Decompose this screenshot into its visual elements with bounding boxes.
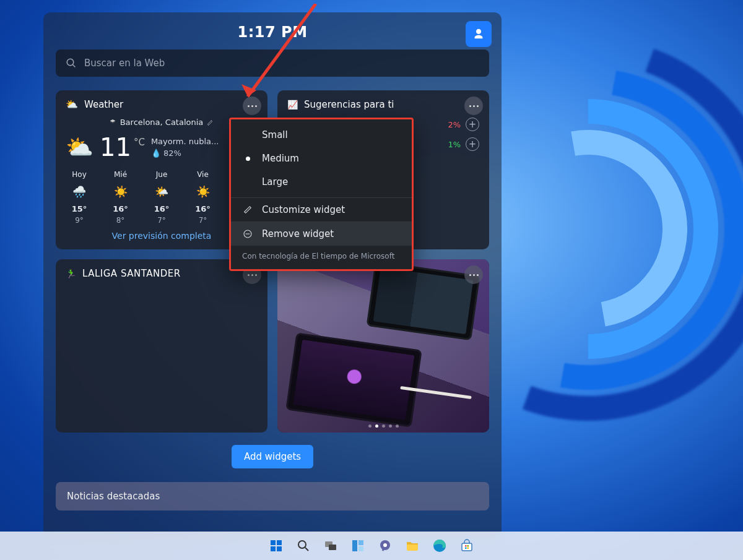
svg-rect-11 xyxy=(358,540,363,545)
suggestions-more-button[interactable] xyxy=(464,97,483,115)
forecast-day[interactable]: Hoy 🌧️ 15° 9° xyxy=(66,170,93,225)
svg-rect-18 xyxy=(467,545,469,547)
file-explorer-button[interactable] xyxy=(402,535,423,556)
sport-icon: 🏃 xyxy=(66,269,76,278)
svg-point-14 xyxy=(383,543,387,547)
search-input[interactable] xyxy=(84,58,479,69)
add-suggestion-icon[interactable]: + xyxy=(466,118,479,131)
news-header-bar[interactable]: Noticias destacadas xyxy=(56,482,489,510)
pencil-icon xyxy=(242,205,253,215)
edge-icon xyxy=(432,538,447,553)
widgets-panel: 1:17 PM ⛅ Weather Barcelona, Catalonia ⛅… xyxy=(43,12,502,538)
user-account-button[interactable] xyxy=(466,21,492,47)
forecast-day[interactable]: Jue 🌤️ 16° 7° xyxy=(148,170,175,225)
widgets-icon xyxy=(350,538,365,553)
weather-title: Weather xyxy=(84,99,123,110)
chat-icon xyxy=(378,538,393,553)
weather-icon: ⛅ xyxy=(66,100,78,110)
current-condition: Mayorm. nubla... xyxy=(151,136,219,148)
menu-size-small[interactable]: Small xyxy=(231,123,412,147)
svg-rect-12 xyxy=(358,546,363,551)
weather-more-button[interactable] xyxy=(243,97,261,115)
edge-button[interactable] xyxy=(429,535,450,556)
remove-icon xyxy=(242,229,253,239)
carousel-dots[interactable] xyxy=(277,424,489,428)
person-icon xyxy=(472,27,485,41)
weather-location: Barcelona, Catalonia xyxy=(120,118,204,127)
forecast-day[interactable]: Mié ☀️ 16° 8° xyxy=(107,170,134,225)
widgets-button[interactable] xyxy=(347,535,368,556)
stocks-icon: 📈 xyxy=(287,100,298,110)
chat-button[interactable] xyxy=(375,535,396,556)
laliga-title: LALIGA SANTANDER xyxy=(82,268,181,279)
menu-size-large[interactable]: Large xyxy=(231,170,412,194)
laliga-widget: 🏃 LALIGA SANTANDER xyxy=(56,259,267,433)
photos-more-button[interactable] xyxy=(464,265,483,284)
svg-rect-16 xyxy=(462,543,472,551)
taskbar-search-button[interactable] xyxy=(293,535,314,556)
search-icon xyxy=(66,58,77,69)
menu-customize-widget[interactable]: Customize widget xyxy=(231,198,412,222)
store-button[interactable] xyxy=(456,535,477,556)
svg-rect-4 xyxy=(277,540,282,545)
svg-rect-10 xyxy=(352,540,357,551)
forecast-day[interactable]: Vie ☀️ 16° 7° xyxy=(189,170,217,225)
store-icon xyxy=(459,538,474,553)
photo-preview xyxy=(277,259,489,433)
svg-rect-5 xyxy=(271,546,276,551)
svg-rect-3 xyxy=(271,540,276,545)
menu-remove-widget[interactable]: Remove widget xyxy=(231,222,412,246)
task-view-button[interactable] xyxy=(320,535,341,556)
news-header-label: Noticias destacadas xyxy=(67,491,160,502)
folder-icon xyxy=(405,538,420,553)
add-suggestion-icon[interactable]: + xyxy=(466,137,479,151)
svg-rect-9 xyxy=(329,545,336,550)
svg-rect-17 xyxy=(465,545,467,547)
svg-rect-6 xyxy=(277,546,282,551)
taskbar xyxy=(0,532,743,560)
menu-footer: Con tecnología de El tiempo de Microsoft xyxy=(231,246,412,269)
menu-size-medium[interactable]: Medium xyxy=(231,147,412,170)
suggestions-title: Sugerencias para ti xyxy=(304,99,394,110)
current-humidity: 💧 82% xyxy=(151,147,219,160)
panel-time: 1:17 PM xyxy=(56,24,489,41)
search-bar[interactable] xyxy=(56,50,489,77)
svg-rect-20 xyxy=(467,548,469,549)
start-button[interactable] xyxy=(266,535,287,556)
svg-rect-19 xyxy=(465,548,467,549)
pencil-icon xyxy=(207,119,214,126)
photos-widget[interactable] xyxy=(277,259,489,433)
add-widgets-button[interactable]: Add widgets xyxy=(232,445,313,468)
current-temp: 11 °C xyxy=(100,133,145,162)
task-view-icon xyxy=(323,538,338,553)
windows-icon xyxy=(269,538,284,553)
widget-context-menu: Small Medium Large Customize widget Remo… xyxy=(229,118,414,271)
svg-point-7 xyxy=(298,541,306,548)
current-weather-icon: ⛅ xyxy=(66,136,93,158)
search-icon xyxy=(296,538,311,553)
location-icon xyxy=(109,119,116,126)
